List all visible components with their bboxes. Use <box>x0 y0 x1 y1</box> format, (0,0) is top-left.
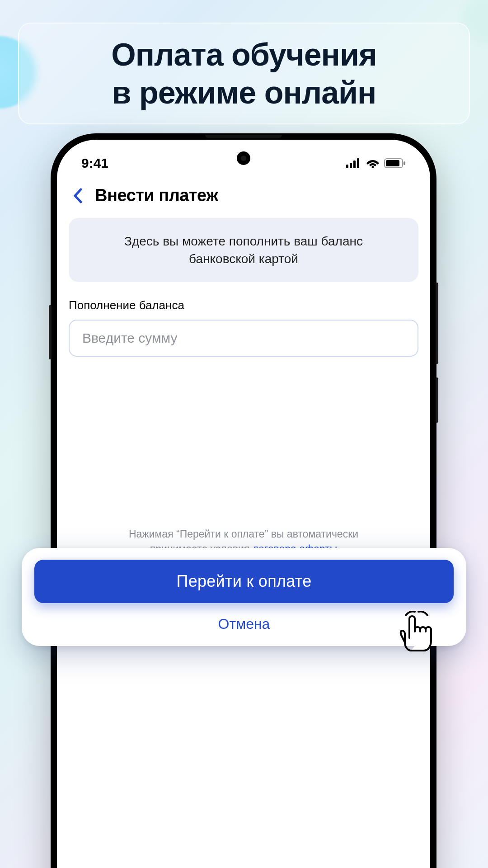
svg-rect-2 <box>353 160 356 168</box>
phone-side-button <box>436 377 438 423</box>
svg-rect-6 <box>386 160 399 166</box>
content: Здесь вы можете пополнить ваш баланс бан… <box>57 218 430 357</box>
phone-speaker <box>205 135 282 138</box>
battery-icon <box>384 158 406 168</box>
svg-rect-1 <box>350 163 352 168</box>
cancel-button[interactable]: Отмена <box>34 616 454 632</box>
status-right <box>346 158 406 168</box>
wifi-icon <box>366 158 380 168</box>
chevron-left-icon <box>73 188 82 203</box>
hero-card: Оплата обучения в режиме онлайн <box>18 23 470 124</box>
svg-point-4 <box>372 166 374 168</box>
amount-input[interactable] <box>69 320 418 357</box>
front-camera <box>237 151 250 165</box>
proceed-to-payment-button[interactable]: Перейти к оплате <box>34 560 454 603</box>
phone-frame: 9:41 <box>51 133 436 868</box>
svg-rect-3 <box>357 158 359 168</box>
terms-line1: Нажимая “Перейти к оплате” вы автоматиче… <box>69 527 418 542</box>
phone-side-button <box>49 305 52 359</box>
back-button[interactable] <box>71 187 84 205</box>
phone-screen: 9:41 <box>57 140 430 868</box>
info-line1: Здесь вы можете пополнить ваш баланс <box>87 232 400 250</box>
page-title: Внести платеж <box>95 186 218 205</box>
svg-rect-0 <box>346 165 348 168</box>
navbar: Внести платеж <box>57 179 430 218</box>
tap-hand-icon <box>399 611 435 654</box>
action-callout: Перейти к оплате Отмена <box>22 548 466 646</box>
info-line2: банковской картой <box>87 250 400 268</box>
hero-title-line2: в режиме онлайн <box>111 74 377 112</box>
info-card: Здесь вы можете пополнить ваш баланс бан… <box>69 218 418 282</box>
svg-rect-7 <box>404 161 405 165</box>
amount-section-label: Пополнение баланса <box>69 298 418 312</box>
hero-title-line1: Оплата обучения <box>111 36 377 74</box>
status-time: 9:41 <box>81 156 108 171</box>
phone-side-button <box>436 283 438 364</box>
cellular-icon <box>346 158 361 168</box>
hero-title: Оплата обучения в режиме онлайн <box>111 36 377 112</box>
